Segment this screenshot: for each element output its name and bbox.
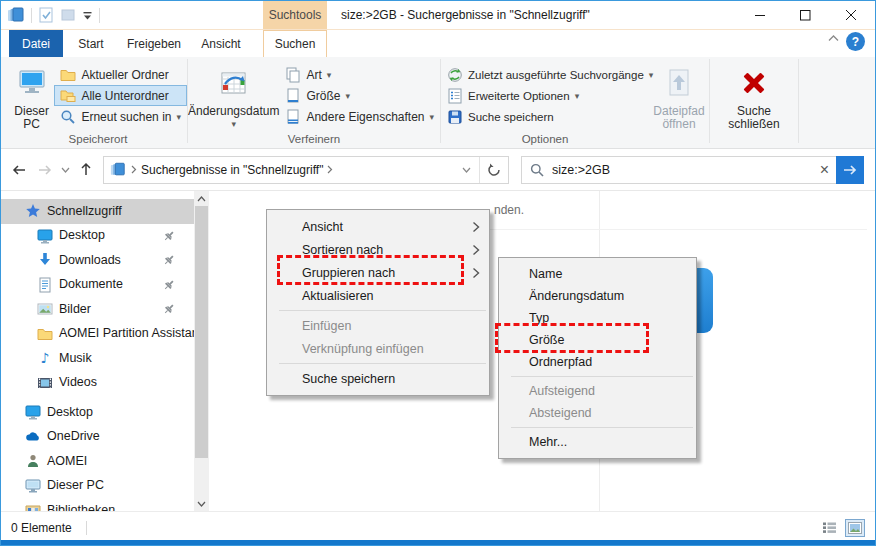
erneut-suchen-button[interactable]: Erneut suchen in ▾ xyxy=(54,106,187,127)
sidebar-item-dokumente[interactable]: Dokumente xyxy=(1,273,194,298)
scroll-up-icon[interactable] xyxy=(194,191,209,206)
search-input[interactable] xyxy=(552,163,813,177)
desktop-icon xyxy=(37,228,53,244)
sidebar-item-desktop-root[interactable]: Desktop xyxy=(1,400,194,425)
search-go-button[interactable] xyxy=(836,156,864,184)
clear-search-icon[interactable]: × xyxy=(813,161,836,179)
sidebar-item-downloads[interactable]: Downloads xyxy=(1,248,194,273)
folder-icon xyxy=(37,326,53,342)
sidebar-item-aomei-partition-assistant[interactable]: AOMEI Partition Assistant xyxy=(1,322,194,347)
context-menu: Ansicht Sortieren nach Gruppieren nach A… xyxy=(266,209,490,396)
sidebar-item-bibliotheken[interactable]: Bibliotheken xyxy=(1,498,194,511)
group-label-verfeinern: Verfeinern xyxy=(188,133,440,145)
scroll-down-icon[interactable] xyxy=(194,496,209,511)
search-results-folder-icon xyxy=(7,7,25,23)
close-button[interactable] xyxy=(828,1,873,29)
submenu-item-aufsteigend: Aufsteigend xyxy=(499,380,696,402)
group-label-speicherort: Speicherort xyxy=(9,133,187,145)
menu-item-ansicht[interactable]: Ansicht xyxy=(267,215,489,238)
minimize-button[interactable] xyxy=(738,1,783,29)
ribbon: Dieser PC Aktueller Ordner Alle Unterord… xyxy=(1,57,875,149)
group-label-optionen: Optionen xyxy=(441,133,649,145)
tab-freigeben[interactable]: Freigeben xyxy=(119,30,189,57)
sidebar-scrollbar[interactable] xyxy=(194,191,209,511)
tab-start[interactable]: Start xyxy=(63,30,119,57)
libraries-icon xyxy=(25,502,41,511)
menu-item-suche-speichern[interactable]: Suche speichern xyxy=(267,367,489,390)
alle-unterordner-button[interactable]: Alle Unterordner xyxy=(54,85,187,106)
sidebar-item-desktop[interactable]: Desktop xyxy=(1,224,194,249)
quick-access-star-icon xyxy=(25,203,41,219)
customize-toolbar-icon[interactable] xyxy=(82,10,93,21)
back-icon[interactable] xyxy=(5,156,33,184)
up-icon[interactable] xyxy=(73,156,99,184)
pin-icon xyxy=(163,279,175,291)
address-dropdown-icon[interactable] xyxy=(454,167,479,173)
highlight-box-gruppieren-nach xyxy=(277,255,464,285)
suche-speichern-button[interactable]: Suche speichern xyxy=(441,106,649,127)
aktueller-ordner-button[interactable]: Aktueller Ordner xyxy=(54,64,187,85)
submenu-arrow-icon xyxy=(472,221,480,233)
sidebar-item-schnellzugriff[interactable]: Schnellzugriff xyxy=(1,199,194,224)
submenu-item-aenderungsdatum[interactable]: Änderungsdatum xyxy=(499,285,696,307)
music-icon: ♪ xyxy=(37,350,53,366)
zuletzt-suchvorgaenge-button[interactable]: Zuletzt ausgeführte Suchvorgänge ▾ xyxy=(441,64,649,85)
onedrive-cloud-icon xyxy=(25,429,41,445)
group-optionen: Zuletzt ausgeführte Suchvorgänge ▾ Erwei… xyxy=(441,57,709,148)
navigation-pane: Schnellzugriff Desktop Downloads xyxy=(1,191,194,511)
contextual-tab-suchtools: Suchtools xyxy=(263,1,327,29)
breadcrumb[interactable]: Suchergebnisse in "Schnellzugriff" xyxy=(141,163,323,177)
downloads-icon xyxy=(37,252,53,268)
document-icon xyxy=(37,277,53,293)
new-folder-icon[interactable] xyxy=(60,7,76,23)
truncated-status-text: nden. xyxy=(494,203,524,217)
sidebar-item-videos[interactable]: Videos xyxy=(1,371,194,396)
scrollbar-thumb[interactable] xyxy=(195,206,208,458)
sidebar-item-bilder[interactable]: Bilder xyxy=(1,297,194,322)
dateipfad-oeffnen-button: Dateipfad öffnen xyxy=(649,57,709,148)
group-verfeinern: Änderungsdatum ▾ Art ▾ Größe ▾ xyxy=(188,57,440,148)
andere-eigenschaften-button[interactable]: Andere Eigenschaften ▾ xyxy=(279,106,440,127)
submenu-item-ordnerpfad[interactable]: Ordnerpfad xyxy=(499,351,696,373)
window-controls xyxy=(738,1,873,29)
properties-icon[interactable] xyxy=(38,7,54,23)
optionen-options: Zuletzt ausgeführte Suchvorgänge ▾ Erwei… xyxy=(441,64,649,127)
calendar-icon xyxy=(221,61,247,105)
details-view-icon[interactable] xyxy=(819,519,839,537)
maximize-button[interactable] xyxy=(783,1,828,29)
groesse-button[interactable]: Größe ▾ xyxy=(279,85,440,106)
sidebar-item-aomei-user[interactable]: AOMEI xyxy=(1,449,194,474)
collapse-ribbon-icon[interactable] xyxy=(828,35,839,42)
status-bar: 0 Elemente xyxy=(1,511,875,543)
help-icon[interactable]: ? xyxy=(846,32,865,51)
save-icon xyxy=(447,109,463,125)
submenu-arrow-icon xyxy=(472,244,480,256)
tab-datei[interactable]: Datei xyxy=(9,30,63,57)
tab-ansicht[interactable]: Ansicht xyxy=(189,30,253,57)
art-button[interactable]: Art ▾ xyxy=(279,64,440,85)
dropdown-arrow-icon: ▾ xyxy=(231,118,236,131)
folder-icon xyxy=(60,67,76,83)
menu-item-verknuepfung-einfuegen: Verknüpfung einfügen xyxy=(267,337,489,360)
suche-schliessen-button[interactable]: Suche schließen xyxy=(719,57,789,148)
address-bar[interactable]: Suchergebnisse in "Schnellzugriff" xyxy=(103,156,509,184)
sidebar-item-dieser-pc[interactable]: Dieser PC xyxy=(1,474,194,499)
group-separator xyxy=(798,59,799,143)
subfolders-icon xyxy=(60,88,76,104)
refresh-icon[interactable] xyxy=(480,163,508,177)
menu-item-aktualisieren[interactable]: Aktualisieren xyxy=(267,284,489,307)
dropdown-arrow-icon: ▾ xyxy=(345,91,350,101)
recent-locations-icon[interactable] xyxy=(57,156,73,184)
sidebar-item-musik[interactable]: ♪ Musik xyxy=(1,346,194,371)
dropdown-arrow-icon: ▾ xyxy=(176,112,181,122)
erweiterte-optionen-button[interactable]: Erweiterte Optionen ▾ xyxy=(441,85,649,106)
submenu-item-mehr[interactable]: Mehr... xyxy=(499,431,696,453)
sidebar-item-onedrive[interactable]: OneDrive xyxy=(1,425,194,450)
thumbnail-view-icon[interactable] xyxy=(845,519,865,537)
submenu-item-name[interactable]: Name xyxy=(499,263,696,285)
dropdown-arrow-icon: ▾ xyxy=(327,70,332,80)
menu-separator xyxy=(279,363,486,364)
tab-suchen-active[interactable]: Suchen xyxy=(263,30,327,58)
forward-icon[interactable] xyxy=(33,156,57,184)
search-icon xyxy=(60,109,76,125)
